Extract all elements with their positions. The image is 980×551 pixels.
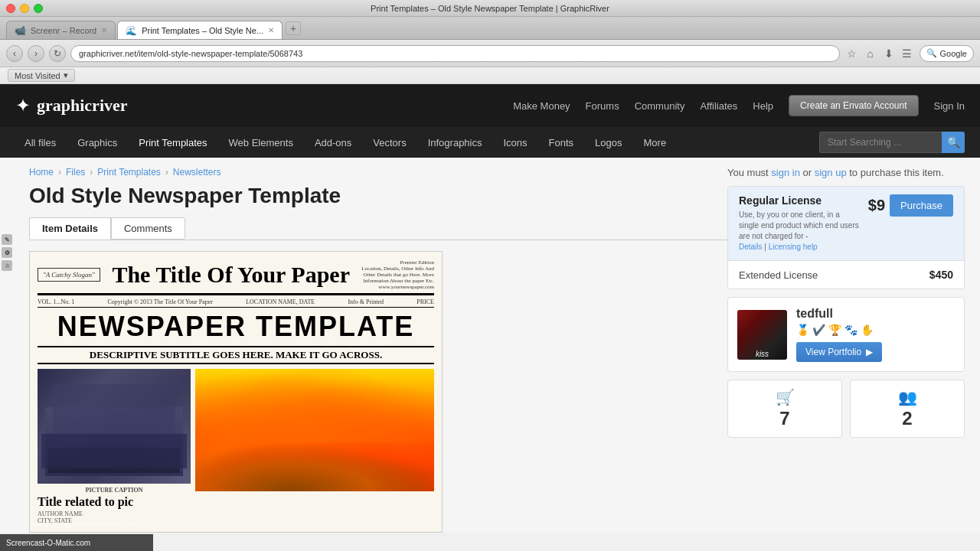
forward-button[interactable]: › — [28, 45, 44, 62]
tab-graphicriver[interactable]: 🌊 Print Templates – Old Style Ne... ✕ — [117, 21, 283, 39]
header-nav-community[interactable]: Community — [635, 100, 685, 112]
sign-in-link[interactable]: Sign In — [934, 100, 965, 112]
sign-up-link[interactable]: sign up — [815, 167, 847, 178]
license-box: Regular License Use, by you or one clien… — [727, 186, 965, 289]
google-search-icon: 🔍 — [926, 48, 937, 58]
breadcrumb-sep-1: › — [58, 167, 61, 178]
main-content: Home › Files › Print Templates › Newslet… — [15, 167, 727, 533]
badge-paw: 🐾 — [844, 324, 858, 336]
tab-label-screenr: Screenr – Record — [31, 26, 96, 35]
most-visited-button[interactable]: Most Visited ▾ — [8, 69, 75, 82]
portfolio-label: View Portfolio — [805, 347, 861, 357]
right-panel: You must sign in or sign up to purchase … — [727, 167, 965, 533]
address-input[interactable] — [70, 45, 840, 62]
address-bar: ‹ › ↻ ☆ ⌂ ⬇ ☰ 🔍 Google — [0, 40, 980, 67]
tab-item-details[interactable]: Item Details — [29, 217, 111, 240]
nav-print-templates[interactable]: Print Templates — [129, 132, 216, 153]
np-masthead: "A Catchy Slogan" The Title Of Your Pape… — [38, 259, 434, 295]
details-link[interactable]: Details — [739, 243, 763, 251]
license-info: Regular License Use, by you or one clien… — [739, 194, 861, 253]
nav-vectors[interactable]: Vectors — [364, 132, 415, 153]
breadcrumb-print-templates[interactable]: Print Templates — [97, 167, 160, 178]
menu-icon[interactable]: ☰ — [900, 46, 915, 61]
close-button[interactable] — [6, 4, 15, 13]
sales-icon: 🛒 — [736, 388, 834, 406]
logo-text: graphicriver — [37, 96, 128, 116]
refresh-button[interactable]: ↻ — [49, 45, 66, 62]
nav-more[interactable]: More — [635, 132, 676, 153]
followers-icon: 👥 — [858, 388, 956, 406]
np-fire-image — [195, 369, 434, 491]
home-icon[interactable]: ⌂ — [863, 46, 878, 61]
badge-check: ✔️ — [812, 324, 825, 336]
page-body: ✎ ⚙ ☆ Home › Files › Print Templates › N… — [0, 158, 980, 533]
header-nav-forums[interactable]: Forums — [586, 100, 619, 112]
edge-icon-2[interactable]: ⚙ — [2, 247, 12, 258]
browser-toolbar: ☆ ⌂ ⬇ ☰ — [844, 46, 915, 61]
portfolio-icon: ▶ — [866, 347, 873, 357]
author-badges: 🏅 ✔️ 🏆 🐾 ✋ — [796, 324, 955, 336]
edge-icon-3[interactable]: ☆ — [2, 260, 12, 271]
purchase-button[interactable]: Purchase — [890, 194, 953, 217]
nav-fonts[interactable]: Fonts — [540, 132, 583, 153]
logo-icon: ✦ — [15, 95, 31, 116]
np-col-right — [195, 369, 434, 524]
bookmark-icon[interactable]: ☆ — [844, 46, 860, 61]
sales-count: 7 — [736, 408, 834, 429]
nav-infographics[interactable]: Infographics — [419, 132, 492, 153]
breadcrumb-files[interactable]: Files — [66, 167, 85, 178]
np-article-title: Title related to pic — [38, 495, 191, 509]
edge-icon-1[interactable]: ✎ — [2, 234, 12, 245]
header-nav-help[interactable]: Help — [753, 100, 773, 112]
tab-screenr[interactable]: 📹 Screenr – Record ✕ — [6, 21, 116, 39]
traffic-lights[interactable] — [6, 4, 43, 13]
tab-close-graphicriver[interactable]: ✕ — [268, 26, 274, 34]
sign-in-link[interactable]: sign in — [771, 167, 800, 178]
nav-icons[interactable]: Icons — [494, 132, 536, 153]
nav-logos[interactable]: Logos — [586, 132, 631, 153]
badge-hand: ✋ — [861, 324, 874, 336]
np-location: LOCATION NAME, DATE — [246, 298, 315, 305]
new-tab-button[interactable]: + — [286, 21, 301, 35]
site-logo[interactable]: ✦ graphicriver — [15, 95, 128, 116]
create-account-button[interactable]: Create an Envato Account — [789, 95, 918, 116]
author-avatar-text: kiss — [737, 350, 787, 358]
licensing-help-link[interactable]: Licensing help — [769, 243, 818, 251]
site-header: ✦ graphicriver Make Money Forums Communi… — [0, 84, 980, 127]
np-parliament-image — [38, 369, 191, 484]
site-search-button[interactable]: 🔍 — [942, 132, 965, 153]
header-nav: Make Money Forums Community Affiliates H… — [513, 95, 965, 116]
page-title: Old Style Newspaper Template — [29, 184, 727, 208]
search-engine-label: Google — [940, 49, 967, 58]
back-button[interactable]: ‹ — [6, 45, 23, 62]
regular-license-section: Regular License Use, by you or one clien… — [728, 187, 964, 261]
breadcrumb-home[interactable]: Home — [29, 167, 54, 178]
nav-graphics[interactable]: Graphics — [68, 132, 126, 153]
nav-addons[interactable]: Add-ons — [305, 132, 361, 153]
screencast-bar: Screencast-O-Matic.com — [0, 534, 153, 551]
maximize-button[interactable] — [34, 4, 43, 13]
nav-web-elements[interactable]: Web Elements — [220, 132, 302, 153]
window-title: Print Templates – Old Style Newspaper Te… — [371, 4, 609, 13]
left-edge-icons: ✎ ⚙ ☆ — [2, 234, 12, 271]
header-nav-make-money[interactable]: Make Money — [513, 100, 570, 112]
nav-all-files[interactable]: All files — [15, 132, 65, 153]
minimize-button[interactable] — [20, 4, 29, 13]
download-icon[interactable]: ⬇ — [881, 46, 897, 61]
most-visited-label: Most Visited — [15, 71, 60, 80]
tab-label-graphicriver: Print Templates – Old Style Ne... — [142, 26, 263, 35]
breadcrumb-newsletters[interactable]: Newsletters — [173, 167, 221, 178]
stats-row: 🛒 7 👥 2 — [727, 380, 965, 438]
tab-comments[interactable]: Comments — [111, 217, 185, 240]
site-search-input[interactable] — [819, 132, 942, 153]
browser-search-box[interactable]: 🔍 Google — [920, 45, 974, 62]
regular-license-name: Regular License — [739, 194, 861, 207]
header-nav-affiliates[interactable]: Affiliates — [700, 100, 737, 112]
extended-license-price: $450 — [929, 269, 953, 281]
breadcrumb-sep-2: › — [90, 167, 93, 178]
np-columns: PICTURE CAPTION Title related to pic AUT… — [38, 369, 434, 524]
tab-icon-screenr: 📹 — [15, 25, 26, 36]
view-portfolio-button[interactable]: View Portfolio ▶ — [796, 342, 882, 362]
page-content: ✦ graphicriver Make Money Forums Communi… — [0, 84, 980, 551]
tab-close-screenr[interactable]: ✕ — [101, 26, 107, 34]
